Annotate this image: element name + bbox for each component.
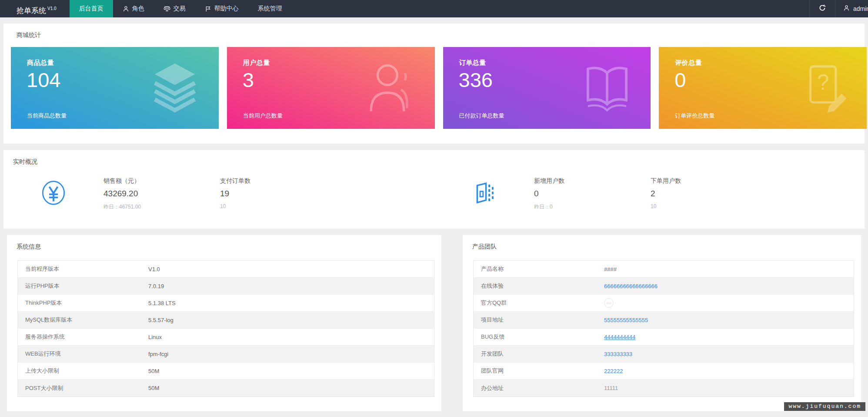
door-icon [434,176,534,211]
menu-item-home[interactable]: 后台首页 [70,0,113,17]
table-row: 开发团队 333333333 [474,346,854,363]
card-value: 3 [243,68,254,92]
realtime-right-group: 新增用户数 0 昨日：0 下单用户数 2 10 [434,176,865,211]
mall-stats-panel: 商城统计 商品总量 104 当前商品总数量 用户总量 3 当前用户总数量 [3,24,865,144]
row-label: MySQL数据库版本 [18,316,148,324]
stat-label: 支付订单数 [220,177,337,185]
user-icon [843,5,850,13]
refresh-button[interactable] [810,0,835,17]
stat-sub: 10 [651,203,767,209]
stat-card-orders: 订单总量 336 已付款订单总数量 [443,47,651,129]
table-row: WEB运行环境 fpm-fcgi [18,346,434,363]
row-value: 5.1.38 LTS [148,300,176,306]
row-value: Linux [148,334,162,340]
row-value: 50M [148,385,159,391]
menu-item-trade[interactable]: 交易 [154,0,195,17]
table-row: 在线体验 66666666666666666 [474,278,854,295]
row-label: 在线体验 [474,282,604,290]
table-row: 服务器操作系统 Linux [18,329,434,346]
scale-icon [164,5,170,12]
menu-item-system[interactable]: 系统管理 [248,0,292,17]
card-desc: 已付款订单总数量 [459,112,504,120]
stat-sales: 销售额（元） 43269.20 昨日：46751.00 [103,176,220,211]
book-icon [582,62,632,114]
table-row: 办公地址 11111 [474,380,854,397]
stat-paid-orders: 支付订单数 19 10 [220,176,337,211]
project-url-link[interactable]: 55555555555555 [604,317,648,323]
online-demo-link[interactable]: 66666666666666666 [604,283,658,289]
product-team-table: 产品名称 #### 在线体验 66666666666666666 官方QQ群 4… [473,260,854,397]
stat-value: 43269.20 [103,189,220,198]
app-title: 抢单系统 [17,7,46,15]
row-label: 项目地址 [474,316,604,324]
section-title-realtime: 实时概况 [3,150,865,174]
table-row: 上传大小限制 50M [18,363,434,380]
menu-item-label: 帮助中心 [214,5,239,13]
row-label: 服务器操作系统 [18,333,148,341]
row-label: 团队官网 [474,367,604,375]
review-icon: ? [800,61,848,114]
menu-item-help[interactable]: 帮助中心 [195,0,248,17]
card-title: 评价总量 [675,59,702,67]
app-version: V1.0 [47,6,57,11]
stat-sub: 昨日：0 [534,203,651,211]
table-row: ThinkPHP版本 5.1.38 LTS [18,295,434,312]
card-desc: 当前商品总数量 [27,112,67,120]
row-label: 运行PHP版本 [18,282,148,290]
row-value: 50M [148,368,159,374]
row-label: ThinkPHP版本 [18,299,148,307]
layers-icon [149,61,200,114]
table-row: 团队官网 222222 [474,363,854,380]
card-title: 订单总量 [459,59,486,67]
bug-feedback-link[interactable]: 4444444444 [604,334,635,340]
realtime-stats-row: 销售额（元） 43269.20 昨日：46751.00 支付订单数 19 10 [3,174,865,211]
app-logo: 抢单系统V1.0 [0,0,70,17]
product-team-panel: 产品团队 产品名称 #### 在线体验 66666666666666666 官方… [463,235,861,411]
stat-value: 19 [220,189,337,198]
table-row: 产品名称 #### [474,261,854,278]
navbar-right: admin [809,0,868,17]
row-label: 官方QQ群 [474,299,604,307]
card-desc: 当前用户总数量 [243,112,283,120]
stat-sub: 昨日：46751.00 [103,203,220,211]
realtime-panel: 实时概况 销售额（元） 43269.20 昨日：46751.00 支付订单数 1… [3,150,865,229]
row-label: POST大小限制 [18,384,148,392]
row-label: 办公地址 [474,384,604,392]
stat-value: 0 [534,189,651,198]
menu-item-label: 角色 [132,5,144,13]
card-value: 0 [674,68,686,92]
card-value: 336 [459,68,493,92]
card-desc: 订单评价总数量 [675,112,714,120]
dev-team-link[interactable]: 333333333 [604,351,632,357]
user-menu[interactable]: admin [835,0,868,17]
user-name: admin [853,5,868,12]
row-value: fpm-fcgi [148,351,168,357]
stat-card-reviews: 评价总量 0 订单评价总数量 ? [659,47,867,129]
card-title: 商品总量 [27,59,54,67]
stat-ordering-users: 下单用户数 2 10 [651,176,767,211]
broken-image-icon: 404 [604,298,614,308]
row-value: 5.5.57-log [148,317,174,323]
table-row: BUG反馈 4444444444 [474,329,854,346]
top-navbar: 抢单系统V1.0 后台首页 角色 交易 [0,0,868,17]
team-site-link[interactable]: 222222 [604,368,623,374]
row-label: WEB运行环境 [18,350,148,358]
site-watermark: www.jiufuquan.com [784,402,865,411]
table-row: 官方QQ群 404 [474,295,854,312]
bottom-panels-row: 系统信息 当前程序版本 V1.0 运行PHP版本 7.0.19 ThinkPHP… [3,235,865,411]
realtime-left-group: 销售额（元） 43269.20 昨日：46751.00 支付订单数 19 10 [3,176,434,211]
flag-icon [205,6,211,12]
main-menu: 后台首页 角色 交易 [70,0,292,17]
card-value: 104 [27,68,60,92]
menu-item-label: 交易 [174,5,186,13]
user-icon [364,59,417,117]
card-title: 用户总量 [243,59,270,67]
menu-item-roles[interactable]: 角色 [113,0,154,17]
row-label: BUG反馈 [474,333,604,341]
row-label: 上传大小限制 [18,367,148,375]
person-icon [123,6,129,12]
system-info-table: 当前程序版本 V1.0 运行PHP版本 7.0.19 ThinkPHP版本 5.… [17,260,434,397]
stat-card-products: 商品总量 104 当前商品总数量 [11,47,219,129]
row-value: 11111 [604,385,618,391]
stat-label: 销售额（元） [103,177,220,185]
